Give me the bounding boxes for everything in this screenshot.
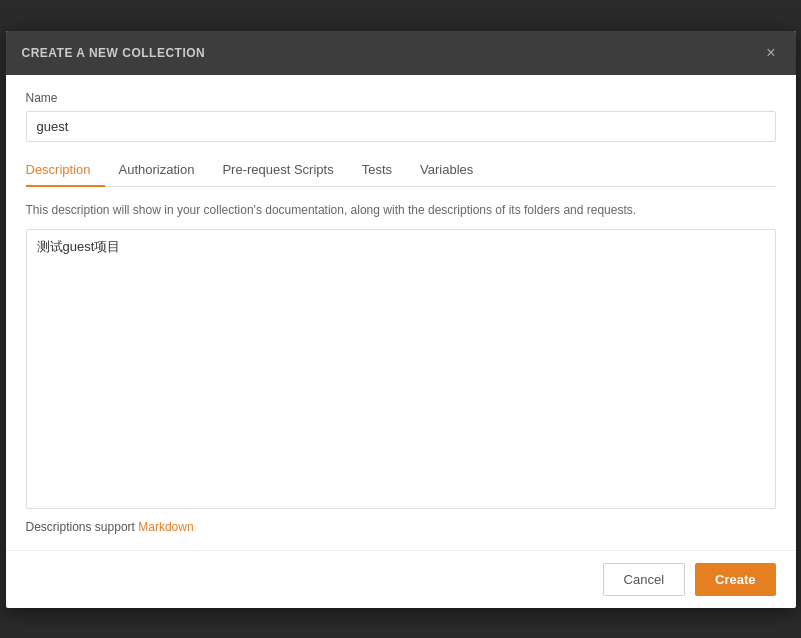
description-hint: This description will show in your colle… xyxy=(26,201,776,219)
description-textarea[interactable]: 测试guest项目 xyxy=(26,229,776,509)
modal-dialog: CREATE A NEW COLLECTION × Name Descripti… xyxy=(6,31,796,608)
tabs-container: Description Authorization Pre-request Sc… xyxy=(26,154,776,187)
modal-title: CREATE A NEW COLLECTION xyxy=(22,46,206,60)
tab-description[interactable]: Description xyxy=(26,154,105,187)
tab-tests[interactable]: Tests xyxy=(348,154,406,187)
close-button[interactable]: × xyxy=(762,43,779,63)
tab-pre-request-scripts[interactable]: Pre-request Scripts xyxy=(208,154,347,187)
cancel-button[interactable]: Cancel xyxy=(603,563,685,596)
modal-footer: Cancel Create xyxy=(6,550,796,608)
tab-variables[interactable]: Variables xyxy=(406,154,487,187)
tab-authorization[interactable]: Authorization xyxy=(105,154,209,187)
create-button[interactable]: Create xyxy=(695,563,775,596)
name-label: Name xyxy=(26,91,776,105)
modal-header: CREATE A NEW COLLECTION × xyxy=(6,31,796,75)
markdown-link[interactable]: Markdown xyxy=(138,520,193,534)
markdown-note: Descriptions support Markdown xyxy=(26,520,776,534)
name-input[interactable] xyxy=(26,111,776,142)
modal-body: Name Description Authorization Pre-reque… xyxy=(6,75,796,550)
modal-overlay: CREATE A NEW COLLECTION × Name Descripti… xyxy=(0,0,801,638)
